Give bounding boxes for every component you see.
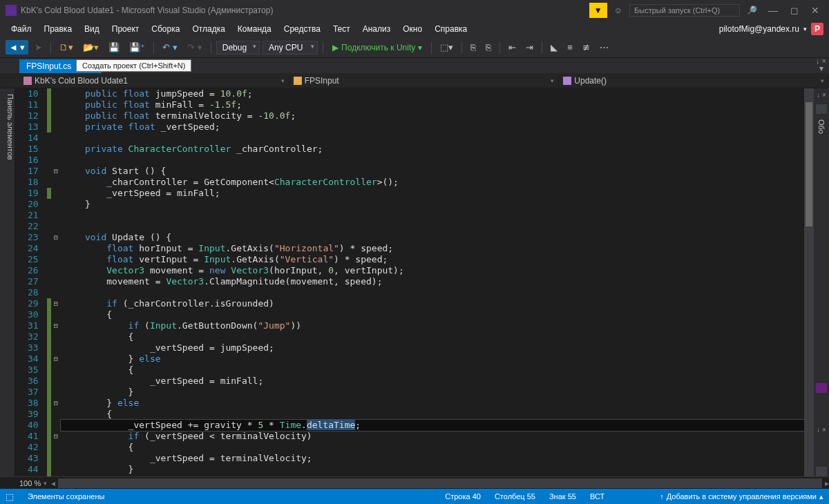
toolbar-icon-1[interactable]: ⬚▾: [437, 40, 457, 55]
nav-project-dropdown[interactable]: KbK's Cold Blood Udate1▾: [19, 75, 289, 87]
undo-button[interactable]: ↶ ▾: [159, 40, 181, 55]
code-nav-bar: KbK's Cold Blood Udate1▾ FPSInput▾ Updat…: [0, 73, 829, 88]
class-icon: [294, 77, 302, 85]
csharp-project-icon: [23, 77, 32, 85]
status-bar: ⬚ Элементы сохранены Строка 40 Столбец 5…: [0, 489, 829, 504]
toolbar-extra[interactable]: ⋯: [596, 40, 612, 55]
toolbar-icon-3[interactable]: ⎘: [482, 40, 495, 55]
main-toolbar: ◄ ▾ ➤ 🗋▾ 📂▾ 💾 💾⁺ ↶ ▾ ↷ ▾ Debug Any CPU ▶…: [0, 37, 829, 58]
toolbar-icon-2[interactable]: ⎘: [467, 40, 479, 55]
status-line: Строка 40: [445, 492, 481, 501]
outlining-margin[interactable]: ⊟⊟⊟⊟⊟⊟⊟: [51, 88, 61, 476]
method-icon: [563, 77, 571, 85]
code-editor[interactable]: 1011121314151617181920212223242526272829…: [15, 88, 814, 476]
menu-файл[interactable]: Файл: [6, 22, 37, 36]
vertical-scrollbar[interactable]: [804, 88, 814, 476]
redo-button[interactable]: ↷ ▾: [184, 40, 206, 55]
uncomment-button[interactable]: ≢: [579, 40, 593, 55]
menu-правка[interactable]: Правка: [39, 22, 78, 36]
menu-анализ[interactable]: Анализ: [357, 22, 397, 36]
status-insert-mode: ВСТ: [590, 492, 604, 501]
tab-overflow-button[interactable]: ▾: [814, 64, 829, 73]
menu-проект[interactable]: Проект: [106, 22, 145, 36]
code-text-area[interactable]: public float jumpSpeed = 10.0f; public f…: [61, 88, 804, 476]
vs-logo-icon: [6, 5, 17, 16]
solution-explorer-tab[interactable]: Обо: [817, 119, 826, 134]
status-char: Знак 55: [549, 492, 576, 501]
menu-вид[interactable]: Вид: [79, 22, 105, 36]
add-to-source-control[interactable]: ↑ Добавить в систему управления версиями…: [660, 492, 823, 501]
status-column: Столбец 55: [495, 492, 535, 501]
menu-справка[interactable]: Справка: [429, 22, 473, 36]
toolbox-panel-tab[interactable]: Панель элементов: [0, 88, 15, 476]
menu-отладка[interactable]: Отладка: [187, 22, 230, 36]
menu-сборка[interactable]: Сборка: [146, 22, 185, 36]
user-email: pilotofMig@yandex.ru: [719, 24, 799, 34]
notification-button[interactable]: ▼: [589, 3, 607, 18]
account-link[interactable]: pilotofMig@yandex.ru ▾ P: [719, 23, 823, 35]
editor-footer-bar: 100 % ▾ ◂ ▸: [0, 476, 829, 489]
search-icon[interactable]: 🔎: [744, 4, 760, 17]
bookmark-icon[interactable]: ◣: [547, 40, 561, 55]
new-project-button[interactable]: 🗋▾: [56, 40, 77, 55]
nav-member-dropdown[interactable]: Update()▾: [559, 75, 829, 87]
comment-button[interactable]: ≡: [564, 40, 576, 55]
line-number-gutter: 1011121314151617181920212223242526272829…: [15, 88, 47, 476]
zoom-level[interactable]: 100 %: [19, 479, 41, 487]
panel-extra-1[interactable]: ↓ ×: [816, 57, 826, 65]
maximize-button[interactable]: ◻: [786, 3, 803, 17]
nav-forward-button[interactable]: ➤: [31, 40, 46, 55]
status-ready-icon: ⬚: [6, 492, 14, 502]
right-tool-rail: ↓ × Обо ↓ ×: [814, 88, 829, 476]
team-explorer-icon[interactable]: [816, 467, 827, 476]
minimize-button[interactable]: —: [764, 3, 782, 17]
save-button[interactable]: 💾: [105, 40, 123, 55]
close-button[interactable]: ✕: [807, 3, 823, 17]
menu-средства[interactable]: Средства: [278, 22, 326, 36]
document-tab-strip: ↓ × FPSInput.cs 📌 ✕ Создать проект (Ctrl…: [0, 58, 829, 73]
menu-тест[interactable]: Тест: [327, 22, 356, 36]
user-badge: P: [811, 23, 823, 35]
properties-icon[interactable]: [816, 383, 827, 393]
panel-extra-3[interactable]: ↓ ×: [817, 426, 826, 434]
nav-class-dropdown[interactable]: FPSInput▾: [289, 75, 560, 87]
menu-команда[interactable]: Команда: [232, 22, 277, 36]
panel-extra-2[interactable]: ↓ ×: [817, 91, 826, 99]
title-bar: KbK's Cold Blood Udate1 - Microsoft Visu…: [0, 0, 829, 21]
nav-back-button[interactable]: ◄ ▾: [6, 40, 28, 55]
config-dropdown[interactable]: Debug: [216, 41, 260, 55]
new-project-tooltip: Создать проект (Ctrl+Shift+N): [76, 59, 191, 72]
menu-окно[interactable]: Окно: [397, 22, 428, 36]
indent-out-button[interactable]: ⇤: [505, 40, 520, 55]
attach-debugger-button[interactable]: ▶ Подключить к Unity ▾: [328, 41, 426, 54]
quick-launch-input[interactable]: Быстрый запуск (Ctrl+Q): [629, 4, 740, 17]
window-title: KbK's Cold Blood Udate1 - Microsoft Visu…: [21, 6, 589, 15]
tab-filename: FPSInput.cs: [26, 61, 71, 71]
status-message: Элементы сохранены: [28, 492, 104, 501]
open-file-button[interactable]: 📂▾: [79, 40, 102, 55]
save-all-button[interactable]: 💾⁺: [126, 40, 149, 55]
menu-bar: ФайлПравкаВидПроектСборкаОтладкаКомандаС…: [0, 21, 829, 37]
indent-in-button[interactable]: ⇥: [522, 40, 537, 55]
feedback-icon[interactable]: ☺: [611, 4, 625, 17]
horizontal-scrollbar[interactable]: [58, 478, 822, 488]
solution-explorer-icon[interactable]: [816, 104, 827, 114]
platform-dropdown[interactable]: Any CPU: [263, 41, 318, 55]
